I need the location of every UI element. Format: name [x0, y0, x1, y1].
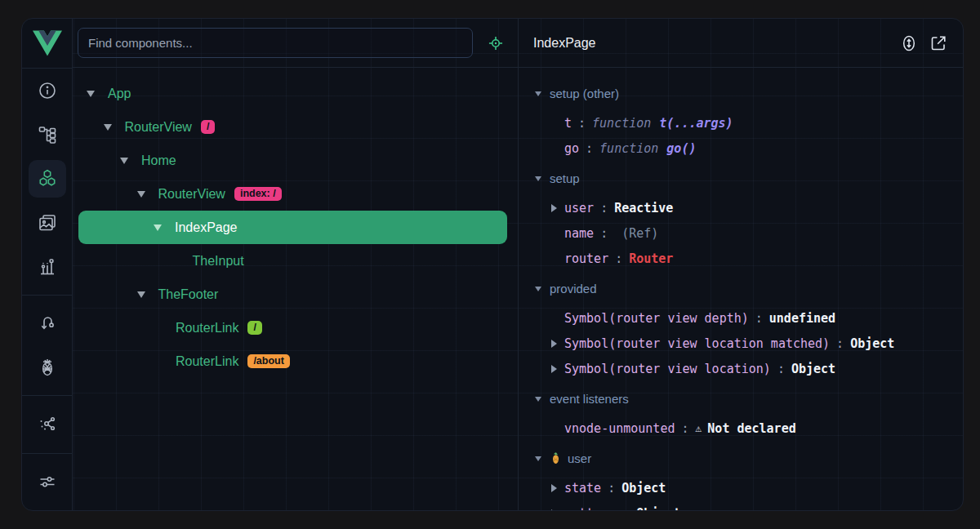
section-setup[interactable]: setup: [519, 166, 963, 191]
external-link-icon: [929, 33, 948, 53]
collapse-icon[interactable]: [535, 176, 541, 181]
state-key: user: [564, 201, 594, 216]
function-keyword: function: [599, 141, 658, 156]
state-row-go[interactable]: go : function go(): [519, 136, 963, 161]
expand-icon[interactable]: [551, 484, 557, 492]
sidebar-item-pinia[interactable]: [22, 345, 72, 389]
search-input[interactable]: [88, 36, 462, 50]
state-value: Object: [621, 481, 666, 496]
state-row-name[interactable]: name : (Ref): [519, 220, 963, 246]
state-value: Not declared: [707, 421, 795, 436]
components-hexagons-icon: [38, 169, 57, 189]
function-signature: go(): [666, 141, 696, 156]
collapse-icon[interactable]: [87, 91, 95, 97]
open-in-editor-button[interactable]: [929, 33, 948, 53]
state-value: undefined: [769, 311, 835, 326]
state-row-user[interactable]: user : Reactive: [519, 195, 963, 220]
sidebar-item-assets[interactable]: [22, 245, 72, 289]
state-row-symbol-depth[interactable]: Symbol(router view depth) : undefined: [519, 305, 963, 331]
tree-row-app[interactable]: App: [73, 77, 518, 110]
sidebar-item-pages[interactable]: [22, 201, 72, 245]
state-inspector-panel: setup (other) t : function t(...args) go…: [518, 68, 963, 510]
component-name: RouterLink: [176, 354, 238, 369]
section-title: user: [568, 451, 591, 465]
devtools-window: IndexPage: [21, 18, 964, 511]
collapse-icon[interactable]: [104, 124, 112, 131]
state-row-symbol-matched[interactable]: Symbol(router view location matched) : O…: [519, 331, 963, 356]
scroll-icon: [899, 33, 919, 53]
expand-icon[interactable]: [551, 204, 557, 212]
section-user-store[interactable]: user: [519, 446, 963, 471]
content-body: App RouterView / Home RouterView index: …: [73, 68, 963, 510]
state-row-getters[interactable]: getters : Object: [519, 500, 963, 510]
state-key: state: [564, 481, 601, 496]
route-badge: /: [247, 321, 261, 336]
state-row-state[interactable]: state : Object: [519, 475, 963, 500]
tree-row-routerlink-about[interactable]: RouterLink /about: [73, 345, 518, 378]
section-provided[interactable]: provided: [519, 276, 963, 301]
sidebar-divider: [22, 395, 72, 396]
tree-row-routerview[interactable]: RouterView /: [73, 110, 518, 144]
sidebar-item-settings[interactable]: [22, 460, 72, 504]
tree-row-routerview-index[interactable]: RouterView index: /: [73, 177, 518, 211]
colon: :: [615, 251, 622, 266]
state-key: t: [564, 116, 572, 131]
scroll-to-component-button[interactable]: [899, 33, 919, 53]
sidebar-item-components[interactable]: [22, 157, 72, 201]
sidebar-item-component-tree[interactable]: [22, 113, 72, 157]
sidebar-item-graph[interactable]: [22, 402, 72, 446]
colon: :: [755, 311, 763, 326]
select-component-button[interactable]: [487, 34, 505, 52]
component-name: TheFooter: [158, 287, 219, 302]
section-title: event listeners: [550, 392, 629, 406]
collapse-icon[interactable]: [137, 191, 145, 198]
levels-icon: [38, 257, 57, 277]
component-tree-panel: App RouterView / Home RouterView index: …: [73, 68, 518, 510]
section-title: setup (other): [550, 87, 619, 100]
sidebar-divider: [22, 295, 72, 296]
vue-logo-icon: [33, 30, 62, 56]
tree-row-routerlink-home[interactable]: RouterLink /: [73, 311, 518, 345]
collapse-icon[interactable]: [535, 287, 541, 291]
state-key: Symbol(router view location): [564, 362, 771, 376]
state-value: Reactive: [614, 201, 673, 216]
state-value: Object: [636, 506, 680, 511]
tree-row-indexpage-selected[interactable]: IndexPage: [78, 211, 507, 244]
component-name: Home: [141, 153, 176, 168]
state-row-vnode-unmounted[interactable]: vnode-unmounted : ⚠ Not declared: [519, 416, 963, 441]
state-row-t[interactable]: t : function t(...args): [519, 110, 963, 136]
tree-row-thefooter[interactable]: TheFooter: [73, 278, 518, 311]
function-keyword: function: [592, 116, 651, 131]
sidebar-item-info[interactable]: [22, 69, 72, 113]
collapse-icon[interactable]: [154, 224, 162, 231]
collapse-icon[interactable]: [137, 291, 145, 298]
tree-row-theinput[interactable]: TheInput: [73, 244, 518, 278]
inspector-header: IndexPage: [518, 19, 963, 67]
expand-icon[interactable]: [551, 340, 557, 348]
collapse-icon[interactable]: [120, 158, 128, 164]
route-badge: /: [201, 120, 215, 135]
state-value: Object: [791, 362, 835, 376]
sidebar-item-router[interactable]: [22, 301, 72, 345]
section-setup-other[interactable]: setup (other): [519, 81, 963, 106]
colon: :: [681, 421, 688, 436]
collapse-icon[interactable]: [535, 397, 541, 402]
colon: :: [578, 116, 586, 131]
pinia-pineapple-icon: [38, 358, 57, 377]
colon: :: [608, 481, 615, 496]
expand-icon[interactable]: [551, 509, 557, 511]
tree-row-home[interactable]: Home: [73, 144, 518, 177]
vue-logo: [22, 19, 72, 69]
search-box[interactable]: [78, 28, 473, 58]
tree-icon: [38, 125, 57, 144]
expand-icon[interactable]: [551, 365, 557, 373]
component-name: RouterView: [125, 120, 192, 135]
section-event-listeners[interactable]: event listeners: [519, 386, 963, 411]
component-name: RouterLink: [176, 321, 238, 336]
state-row-router[interactable]: router : Router: [519, 246, 963, 271]
event-key: vnode-unmounted: [564, 421, 675, 436]
collapse-icon[interactable]: [535, 91, 541, 96]
collapse-icon[interactable]: [535, 456, 541, 461]
state-row-symbol-location[interactable]: Symbol(router view location) : Object: [519, 356, 963, 381]
icon-sidebar: [22, 19, 73, 510]
